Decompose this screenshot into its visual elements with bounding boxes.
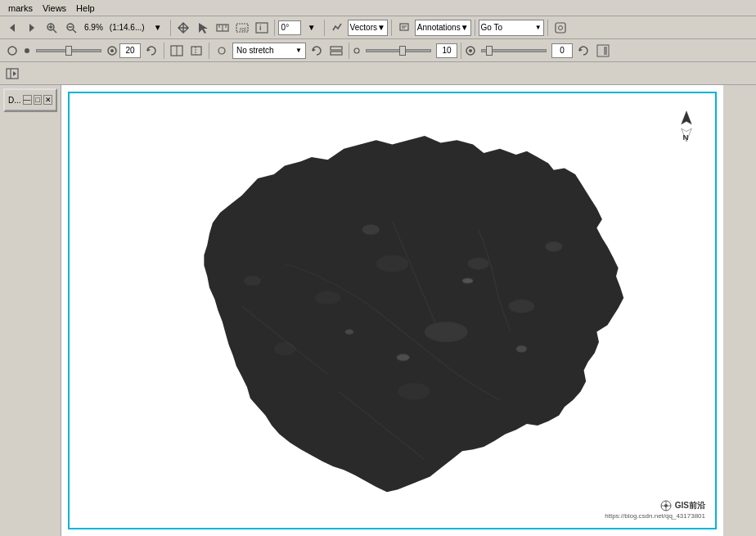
separator1	[170, 20, 171, 36]
annotations-icon	[395, 19, 413, 37]
svg-point-31	[218, 47, 225, 54]
rotation-input[interactable]	[278, 20, 301, 35]
svg-point-35	[354, 48, 359, 53]
watermark-brand: GIS前沿	[675, 500, 705, 511]
svg-point-46	[425, 322, 468, 342]
brightness-value: 20	[119, 43, 141, 58]
svg-rect-41	[604, 47, 607, 55]
scale-display: (1:14.6...)	[107, 23, 147, 32]
goto-dropdown[interactable]: Go To ▼	[479, 20, 544, 36]
rotation-dropdown[interactable]: ▼	[303, 19, 321, 37]
brightness-slider[interactable]	[36, 49, 101, 52]
gis-logo-icon	[659, 499, 673, 512]
layer-close-btn[interactable]: ✕	[43, 95, 52, 105]
refresh-button1[interactable]	[142, 42, 160, 60]
separator5	[475, 20, 475, 36]
svg-point-48	[468, 258, 489, 270]
separator4	[391, 20, 392, 36]
svg-marker-59	[682, 111, 691, 124]
contrast-value: 10	[436, 43, 457, 58]
separator8	[209, 43, 209, 59]
refresh-button3[interactable]	[574, 42, 592, 60]
vectors-icon	[328, 19, 346, 37]
color-picker-btn[interactable]	[594, 42, 612, 60]
svg-point-56	[462, 278, 473, 283]
toolbar2: 20 No stretch ▼ 10 0	[0, 39, 756, 62]
area-tool[interactable]: rol	[233, 19, 251, 37]
svg-point-49	[398, 383, 430, 400]
svg-point-52	[362, 224, 380, 234]
page-button1[interactable]	[168, 42, 186, 60]
refresh-button2[interactable]	[308, 42, 326, 60]
map-shape	[204, 136, 623, 492]
main-area: D... — □ ✕	[0, 85, 756, 536]
stretch-dropdown[interactable]: No stretch ▼	[232, 43, 306, 59]
svg-text:N: N	[683, 133, 689, 142]
contrast-control	[353, 47, 434, 55]
svg-marker-32	[313, 48, 316, 52]
north-arrow: N	[674, 110, 699, 142]
svg-point-51	[509, 300, 535, 313]
contrast-slider[interactable]	[366, 49, 431, 52]
svg-point-55	[397, 354, 410, 361]
svg-text:i: i	[259, 24, 262, 32]
svg-marker-38	[579, 48, 583, 52]
svg-point-50	[274, 342, 295, 356]
svg-point-23	[25, 48, 29, 53]
back-button[interactable]	[3, 19, 21, 37]
circle-btn2	[213, 42, 231, 60]
layer-panel-header: D... — □ ✕	[5, 90, 56, 110]
svg-line-7	[73, 29, 76, 33]
gamma-slider[interactable]	[481, 49, 547, 52]
menu-help[interactable]: Help	[71, 2, 100, 15]
menu-marks[interactable]: marks	[3, 2, 38, 15]
layer-minimize-btn[interactable]: —	[23, 95, 32, 105]
annotations-dropdown[interactable]: Annotations▼	[415, 20, 471, 36]
svg-point-57	[345, 329, 354, 334]
svg-marker-1	[29, 24, 34, 32]
svg-point-53	[545, 241, 562, 251]
svg-rect-40	[599, 47, 602, 55]
menu-bar: marks Views Help	[0, 0, 756, 16]
zoom-in-button[interactable]	[43, 19, 61, 37]
layer-window: D... — □ ✕	[3, 88, 57, 112]
zoom-dropdown-arrow[interactable]: ▼	[149, 19, 167, 37]
page-button2[interactable]	[187, 42, 205, 60]
menu-views[interactable]: Views	[38, 2, 71, 15]
panel-toggle-button[interactable]	[3, 65, 21, 83]
separator10	[461, 43, 461, 59]
left-panel: D... — □ ✕	[0, 85, 61, 536]
circle-icon-btn	[3, 42, 21, 60]
layer-title: D...	[8, 96, 21, 105]
gamma-control	[465, 45, 550, 56]
zoom-out-button[interactable]	[62, 19, 80, 37]
settings-button[interactable]	[551, 19, 569, 37]
layers-button[interactable]	[327, 42, 345, 60]
svg-line-3	[53, 29, 56, 33]
pan-tool[interactable]	[174, 19, 192, 37]
select-tool[interactable]	[194, 19, 212, 37]
svg-rect-15	[256, 23, 268, 33]
svg-rect-29	[191, 47, 201, 55]
svg-rect-20	[556, 23, 565, 33]
forward-button[interactable]	[23, 19, 41, 37]
svg-marker-0	[10, 24, 15, 32]
svg-marker-26	[147, 48, 151, 52]
gamma-value: 0	[551, 43, 573, 58]
vectors-dropdown[interactable]: Vectors▼	[348, 20, 388, 36]
map-canvas: N GIS前沿 https://blog.csdn.net/qq_4317380…	[61, 85, 723, 536]
svg-point-25	[110, 49, 114, 52]
svg-rect-33	[331, 47, 342, 50]
watermark: GIS前沿 https://blog.csdn.net/qq_43173801	[605, 499, 705, 520]
separator7	[164, 43, 164, 59]
svg-marker-44	[13, 71, 16, 76]
svg-text:rol: rol	[240, 26, 246, 32]
svg-point-45	[376, 255, 408, 273]
zoom-level: 6.9%	[82, 23, 106, 32]
separator2	[274, 20, 275, 36]
toolbar1: 6.9% (1:14.6...) ▼ rol i ▼ Vectors▼ Anno…	[0, 16, 756, 39]
info-tool[interactable]: i	[253, 19, 271, 37]
layer-maximize-btn[interactable]: □	[34, 95, 43, 105]
separator3	[324, 20, 325, 36]
measure-tool[interactable]	[214, 19, 232, 37]
